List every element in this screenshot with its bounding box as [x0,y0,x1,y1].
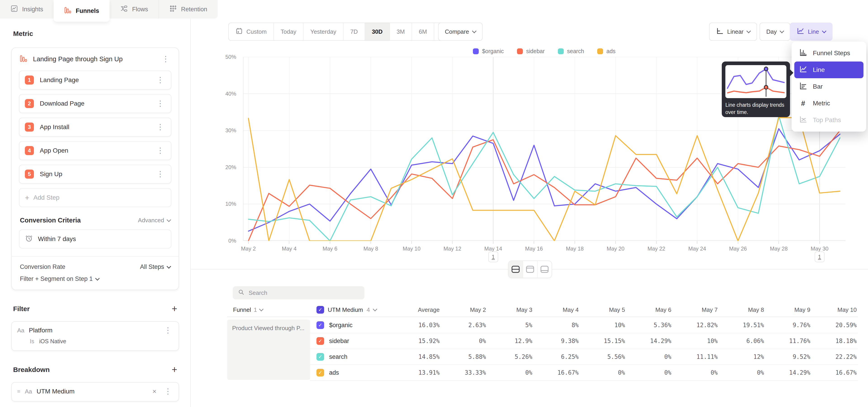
range-3m[interactable]: 3M [390,23,412,40]
line-chart-icon [799,65,807,75]
conversion-window[interactable]: Within 7 days [19,229,171,249]
compare-button[interactable]: Compare [438,23,483,41]
column-header-may-2[interactable]: May 2 [440,306,486,313]
add-filter-button[interactable]: + [172,304,177,314]
funnel-step-5[interactable]: 5 Sign Up ⋮ [19,165,171,184]
menu-item-top-paths[interactable]: Top Paths [794,112,864,128]
tab-retention[interactable]: Retention [158,0,218,19]
column-header-may-3[interactable]: May 3 [486,306,532,313]
column-header-may-8[interactable]: May 8 [718,306,764,313]
table-only-view-button[interactable] [537,261,552,278]
y-axis-label: 10% [218,201,236,207]
column-header-may-5[interactable]: May 5 [579,306,625,313]
x-axis-tick [289,241,289,244]
funnel-step-3[interactable]: 3 App Install ⋮ [19,118,171,136]
table-row-search[interactable]: ✓search14.85%5.88%5.26%6.25%5.56%0%11.11… [310,349,858,365]
row-label: ads [329,369,339,376]
range-30d[interactable]: 30D [365,23,390,40]
drag-handle-icon[interactable]: ≡ [17,388,20,395]
series-checkbox[interactable]: ✓ [316,369,324,376]
range-7d[interactable]: 7D [344,23,365,40]
conversion-rate-steps-dropdown[interactable]: All Steps [140,263,170,271]
value-cell: 16.67% [532,369,579,376]
filter-operator: Is [30,338,34,345]
scale-button[interactable]: Linear [709,23,757,41]
add-breakdown-button[interactable]: + [172,365,177,374]
tab-insights[interactable]: Insights [0,0,54,19]
x-axis-tick [778,241,779,244]
filter-kebab-icon[interactable]: ⋮ [163,327,173,333]
range-custom[interactable]: Custom [229,23,274,40]
menu-item-bar[interactable]: Bar [794,78,864,95]
legend-item-ads[interactable]: ads [597,48,616,55]
value-cell: 0% [625,369,671,376]
remove-breakdown-icon[interactable]: × [151,387,158,395]
range-6m[interactable]: 6M [412,23,434,40]
legend-item-search[interactable]: search [558,48,584,55]
filter-condition[interactable]: Is iOS Native [30,338,173,345]
annotation-badge[interactable]: 1 [488,251,498,262]
series-organic [248,129,840,231]
table-row-organic[interactable]: ✓$organic16.03%2.63%5%8%10%5.36%12.82%19… [310,317,858,333]
tab-funnels[interactable]: Funnels [54,0,110,22]
table-row-group[interactable]: Product Viewed through P... [227,320,310,380]
series-checkbox[interactable]: ✓ [316,337,324,345]
step-kebab-icon[interactable]: ⋮ [155,124,165,130]
funnel-select[interactable]: Funnel 1 [227,306,310,313]
filter-property-row[interactable]: Aa Platform ⋮ [17,327,173,334]
legend-item-organic[interactable]: $organic [473,48,504,55]
value-cell: 9.52% [764,353,810,360]
step-kebab-icon[interactable]: ⋮ [155,171,165,177]
chart-type-menu: Funnel Steps Line Bar # Metric Top Paths [792,41,866,132]
table-row-sidebar[interactable]: ✓sidebar15.92%0%12.9%9.38%15.15%14.29%10… [310,333,858,349]
value-cell: 15.15% [579,338,625,344]
breakdown-select[interactable]: ✓ UTM Medium 4 [310,306,392,314]
metric-kebab-icon[interactable]: ⋮ [160,56,171,62]
menu-item-label: Metric [813,100,830,107]
legend-swatch [597,49,603,54]
filter-section-head: Filter + [13,304,177,314]
menu-item-line[interactable]: Line [794,62,864,78]
menu-item-metric[interactable]: # Metric [794,95,864,112]
metric-hash-icon: # [799,99,807,107]
column-header-may-9[interactable]: May 9 [764,306,810,313]
column-header-may-4[interactable]: May 4 [532,306,579,313]
column-header-may-7[interactable]: May 7 [671,306,718,313]
tab-flows[interactable]: Flows [110,0,159,19]
legend-item-sidebar[interactable]: sidebar [517,48,545,55]
column-header-may-10[interactable]: May 10 [810,306,857,313]
funnel-step-1[interactable]: 1 Landing Page ⋮ [19,70,171,90]
metric-title: Landing Page through Sign Up [33,55,155,63]
tab-label: Flows [132,6,148,13]
table-search-input[interactable]: Search [233,286,364,300]
breakdown-heading: Breakdown [13,366,50,374]
step-kebab-icon[interactable]: ⋮ [155,77,165,83]
breakdown-property-row[interactable]: ≡ Aa UTM Medium × ⋮ [17,387,173,395]
step-kebab-icon[interactable]: ⋮ [155,148,165,154]
funnel-step-2[interactable]: 2 Download Page ⋮ [19,94,171,113]
breakdown-checkbox[interactable]: ✓ [316,306,324,314]
split-view-button[interactable] [508,261,523,278]
series-checkbox[interactable]: ✓ [316,353,324,361]
funnel-step-4[interactable]: 4 App Open ⋮ [19,141,171,160]
menu-item-funnel-steps[interactable]: Funnel Steps [794,45,864,62]
table-row-ads[interactable]: ✓ads13.91%33.33%0%16.67%0%0%0%0%14.29%16… [310,365,858,381]
column-header-average[interactable]: Average [392,306,440,313]
chart-type-button[interactable]: Line [790,23,833,41]
column-header-may-6[interactable]: May 6 [625,306,671,313]
filter-segment-dropdown[interactable]: Filter + Segment on Step 1 [12,271,179,290]
metric-title-row[interactable]: Landing Page through Sign Up ⋮ [12,48,179,66]
add-step-button[interactable]: + Add Step [19,188,171,207]
y-axis-label: 40% [218,91,236,97]
step-kebab-icon[interactable]: ⋮ [155,100,165,106]
series-checkbox[interactable]: ✓ [316,321,324,329]
range-today[interactable]: Today [274,23,304,40]
legend-swatch [473,49,479,54]
annotation-badge[interactable]: 1 [815,251,825,262]
range-yesterday[interactable]: Yesterday [304,23,344,40]
breakdown-kebab-icon[interactable]: ⋮ [163,388,173,394]
advanced-dropdown[interactable]: Advanced [138,217,170,224]
chart-only-view-button[interactable] [523,261,537,278]
filter-value: iOS Native [39,338,66,345]
interval-button[interactable]: Day [760,23,790,41]
